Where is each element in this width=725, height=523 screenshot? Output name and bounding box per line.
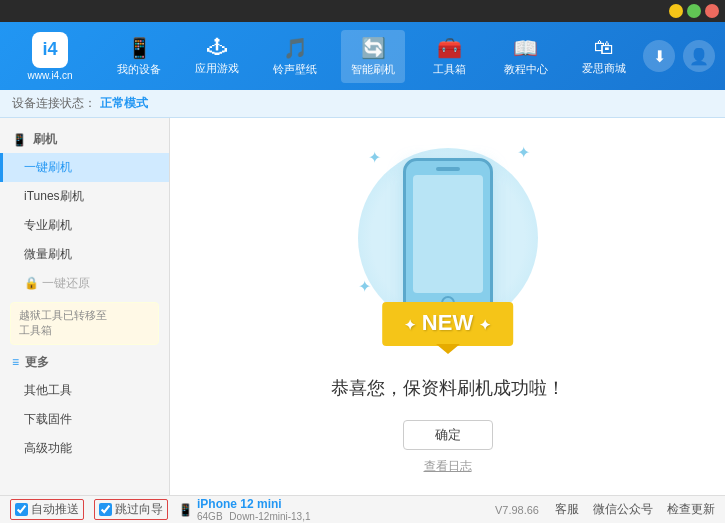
new-label: NEW <box>422 310 473 335</box>
app-game-label: 应用游戏 <box>195 61 239 76</box>
nav-smart-shop[interactable]: 🔄 智能刷机 <box>341 30 405 83</box>
title-bar <box>0 0 725 22</box>
device-storage-detail: 64GB <box>197 511 223 522</box>
new-star-left: ✦ <box>404 317 416 333</box>
sidebar-item-one-click-restore: 🔒 一键还原 <box>0 269 169 298</box>
bottom-left: 自动推送 跳过向导 📱 iPhone 12 mini 64GB Down-12m… <box>10 497 495 522</box>
sidebar-item-itunes-flash[interactable]: iTunes刷机 <box>0 182 169 211</box>
log-link[interactable]: 查看日志 <box>424 458 472 475</box>
skip-wizard-input[interactable] <box>99 503 112 516</box>
app-game-icon: 🕹 <box>207 36 227 59</box>
sidebar-item-one-click-flash[interactable]: 一键刷机 <box>0 153 169 182</box>
shop-icon: 🛍 <box>594 36 614 59</box>
support-link[interactable]: 客服 <box>555 501 579 518</box>
main-nav: 📱 我的设备 🕹 应用游戏 🎵 铃声壁纸 🔄 智能刷机 🧰 工具箱 📖 教程中心… <box>100 30 643 83</box>
sidebar-item-advanced-features[interactable]: 高级功能 <box>0 434 169 463</box>
sidebar-item-micro-flash[interactable]: 微量刷机 <box>0 240 169 269</box>
smart-shop-icon: 🔄 <box>361 36 386 60</box>
shop-label: 爱思商城 <box>582 61 626 76</box>
logo-url: www.i4.cn <box>27 70 72 81</box>
my-device-icon: 📱 <box>127 36 152 60</box>
user-button[interactable]: 👤 <box>683 40 715 72</box>
nav-app-game[interactable]: 🕹 应用游戏 <box>185 30 249 82</box>
sidebar-item-other-tools[interactable]: 其他工具 <box>0 376 169 405</box>
phone-speaker <box>436 167 460 171</box>
flash-section-icon: 📱 <box>12 133 27 147</box>
bottom-right: V7.98.66 客服 微信公众号 检查更新 <box>495 501 715 518</box>
version-label: V7.98.66 <box>495 504 539 516</box>
device-icon: 📱 <box>178 503 193 517</box>
minimize-button[interactable] <box>669 4 683 18</box>
toolbox-icon: 🧰 <box>437 36 462 60</box>
toolbox-label: 工具箱 <box>433 62 466 77</box>
new-banner: ✦ NEW ✦ <box>382 302 514 346</box>
sidebar-section-flash: 📱 刷机 一键刷机 iTunes刷机 专业刷机 微量刷机 🔒 一键还原 越狱工具… <box>0 126 169 345</box>
success-title: 恭喜您，保资料刷机成功啦！ <box>331 376 565 400</box>
device-storage <box>285 498 288 510</box>
status-label: 设备连接状态： <box>12 95 96 112</box>
maximize-button[interactable] <box>687 4 701 18</box>
ringtone-label: 铃声壁纸 <box>273 62 317 77</box>
sidebar-section-more: ≡ 更多 其他工具 下载固件 高级功能 <box>0 349 169 463</box>
sidebar-item-pro-flash[interactable]: 专业刷机 <box>0 211 169 240</box>
status-value: 正常模式 <box>100 95 148 112</box>
device-name: iPhone 12 mini <box>197 497 282 511</box>
wechat-link[interactable]: 微信公众号 <box>593 501 653 518</box>
new-star-right: ✦ <box>479 317 491 333</box>
nav-ringtone[interactable]: 🎵 铃声壁纸 <box>263 30 327 83</box>
auto-push-input[interactable] <box>15 503 28 516</box>
sidebar-section-flash-title: 📱 刷机 <box>0 126 169 153</box>
banner-arrow <box>436 344 460 354</box>
skip-wizard-label: 跳过向导 <box>115 501 163 518</box>
auto-push-checkbox[interactable]: 自动推送 <box>10 499 84 520</box>
close-button[interactable] <box>705 4 719 18</box>
phone-screen <box>413 175 483 293</box>
logo-icon: i4 <box>32 32 68 68</box>
sidebar: 📱 刷机 一键刷机 iTunes刷机 专业刷机 微量刷机 🔒 一键还原 越狱工具… <box>0 118 170 495</box>
more-section-icon: ≡ <box>12 355 19 369</box>
main-layout: 📱 刷机 一键刷机 iTunes刷机 专业刷机 微量刷机 🔒 一键还原 越狱工具… <box>0 118 725 495</box>
sidebar-section-more-title: ≡ 更多 <box>0 349 169 376</box>
logo[interactable]: i4 www.i4.cn <box>10 32 90 81</box>
smart-shop-label: 智能刷机 <box>351 62 395 77</box>
header: i4 www.i4.cn 📱 我的设备 🕹 应用游戏 🎵 铃声壁纸 🔄 智能刷机… <box>0 22 725 90</box>
confirm-button[interactable]: 确定 <box>403 420 493 450</box>
device-version: Down-12mini-13,1 <box>229 511 310 522</box>
skip-wizard-checkbox[interactable]: 跳过向导 <box>94 499 168 520</box>
tutorial-label: 教程中心 <box>504 62 548 77</box>
sparkle-icon-3: ✦ <box>358 277 371 296</box>
sidebar-item-download-firmware[interactable]: 下载固件 <box>0 405 169 434</box>
header-right: ⬇ 👤 <box>643 40 715 72</box>
check-update-link[interactable]: 检查更新 <box>667 501 715 518</box>
bottom-links: 客服 微信公众号 检查更新 <box>555 501 715 518</box>
my-device-label: 我的设备 <box>117 62 161 77</box>
content-area: ✦ ✦ ✦ ✦ NEW ✦ 恭喜您，保资料刷机成功啦！ 确定 查看日志 <box>170 118 725 495</box>
download-button[interactable]: ⬇ <box>643 40 675 72</box>
sparkle-icon-2: ✦ <box>517 143 530 162</box>
ringtone-icon: 🎵 <box>283 36 308 60</box>
success-illustration: ✦ ✦ ✦ ✦ NEW ✦ <box>348 138 548 356</box>
status-bar: 设备连接状态： 正常模式 <box>0 90 725 118</box>
sidebar-notice-jailbreak: 越狱工具已转移至工具箱 <box>10 302 159 345</box>
nav-toolbox[interactable]: 🧰 工具箱 <box>420 30 480 83</box>
device-info: 📱 iPhone 12 mini 64GB Down-12mini-13,1 <box>178 497 311 522</box>
bottom-bar: 自动推送 跳过向导 📱 iPhone 12 mini 64GB Down-12m… <box>0 495 725 523</box>
auto-push-label: 自动推送 <box>31 501 79 518</box>
tutorial-icon: 📖 <box>513 36 538 60</box>
phone-shape <box>403 158 493 318</box>
nav-my-device[interactable]: 📱 我的设备 <box>107 30 171 83</box>
nav-shop[interactable]: 🛍 爱思商城 <box>572 30 636 82</box>
nav-tutorial[interactable]: 📖 教程中心 <box>494 30 558 83</box>
sparkle-icon-1: ✦ <box>368 148 381 167</box>
